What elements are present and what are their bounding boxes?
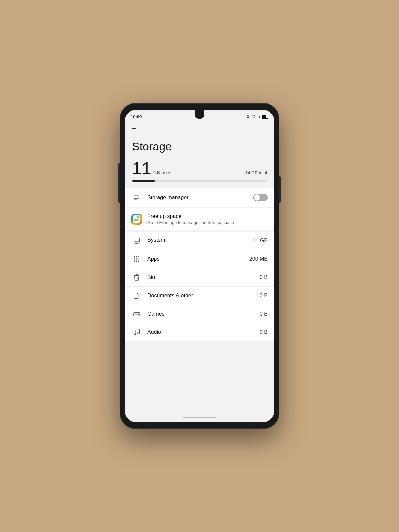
audio-text: Audio <box>147 329 260 335</box>
apps-text: Apps <box>147 256 249 262</box>
svg-rect-7 <box>134 222 138 222</box>
free-up-space-item[interactable]: Free up space Go to Files app to manage … <box>125 208 274 230</box>
svg-point-27 <box>138 332 140 334</box>
system-value: 11 GB <box>253 238 268 244</box>
screen-content[interactable]: ← Storage 11 GB used 64 GB total <box>125 122 274 413</box>
svg-rect-6 <box>134 220 138 221</box>
list-item-bin[interactable]: Bin 0 B <box>125 268 274 287</box>
system-label: System <box>147 237 253 243</box>
svg-rect-0 <box>134 196 140 196</box>
storage-used-number: 11 <box>132 160 151 177</box>
apps-value: 200 MB <box>249 256 268 262</box>
storage-progress-bar <box>132 180 267 182</box>
games-value: 0 B <box>260 311 268 317</box>
bin-text: Bin <box>147 274 260 280</box>
storage-number-left: 11 GB used <box>132 160 171 177</box>
storage-used-label: GB used <box>153 170 171 175</box>
svg-point-25 <box>138 314 139 315</box>
svg-rect-10 <box>135 243 139 244</box>
svg-point-18 <box>134 261 135 262</box>
svg-rect-8 <box>134 238 140 242</box>
free-up-space-card: Free up space Go to Files app to manage … <box>125 208 274 230</box>
home-bar <box>183 417 216 418</box>
storage-manager-item[interactable]: Storage manager <box>125 188 274 207</box>
storage-items-card: System 11 GB <box>125 232 274 341</box>
svg-point-13 <box>136 256 137 258</box>
battery-icon <box>262 115 268 119</box>
audio-icon <box>131 329 142 336</box>
back-button[interactable]: ← <box>131 124 137 132</box>
phone-device: 10:09 ⚙ 🛡 ⊙ ← Storage <box>120 103 279 429</box>
list-item-system[interactable]: System 11 GB <box>125 232 274 250</box>
list-item-apps[interactable]: Apps 200 MB <box>125 250 274 268</box>
bin-value: 0 B <box>260 274 268 280</box>
svg-rect-1 <box>134 197 138 197</box>
audio-label: Audio <box>147 329 260 335</box>
phone-screen: 10:09 ⚙ 🛡 ⊙ ← Storage <box>125 110 274 422</box>
svg-point-14 <box>138 256 140 258</box>
svg-point-24 <box>138 314 138 314</box>
shield-icon: 🛡 <box>252 114 256 119</box>
svg-rect-9 <box>135 243 138 243</box>
home-bar-area <box>125 413 274 422</box>
games-label: Games <box>147 311 260 317</box>
svg-point-16 <box>136 258 137 260</box>
svg-rect-2 <box>134 198 140 199</box>
free-up-space-subtitle: Go to Files app to manage and free up sp… <box>147 220 268 225</box>
documents-text: Documents & other <box>147 293 260 299</box>
free-up-space-text: Free up space Go to Files app to manage … <box>147 213 268 225</box>
svg-rect-3 <box>134 199 137 200</box>
storage-manager-text: Storage manager <box>147 195 253 200</box>
storage-usage: 11 GB used 64 GB total <box>125 156 274 187</box>
bin-label: Bin <box>147 274 260 280</box>
svg-point-12 <box>134 256 135 258</box>
system-text: System <box>147 237 253 244</box>
files-app-icon <box>131 214 142 225</box>
storage-manager-icon <box>131 194 142 201</box>
top-nav: ← <box>125 122 274 135</box>
documents-value: 0 B <box>260 293 268 299</box>
audio-value: 0 B <box>260 329 268 335</box>
apps-icon <box>131 255 142 263</box>
games-text: Games <box>147 311 260 317</box>
settings-icon: ⚙ <box>246 114 250 119</box>
storage-number-row: 11 GB used 64 GB total <box>132 160 267 177</box>
svg-point-17 <box>138 258 140 260</box>
svg-point-19 <box>136 261 137 262</box>
apps-label: Apps <box>147 256 249 262</box>
games-icon <box>131 310 142 318</box>
system-icon <box>131 237 142 244</box>
storage-manager-toggle[interactable] <box>253 194 268 201</box>
list-item-documents[interactable]: Documents & other 0 B <box>125 287 274 305</box>
status-time: 10:09 <box>131 114 142 119</box>
toggle-knob <box>254 194 260 201</box>
documents-icon <box>131 292 142 299</box>
storage-manager-title: Storage manager <box>147 195 253 200</box>
list-item-audio[interactable]: Audio 0 B <box>125 323 274 341</box>
system-underline <box>147 244 166 244</box>
battery-fill <box>262 115 266 118</box>
svg-point-26 <box>134 333 136 335</box>
storage-total: 64 GB total <box>245 170 267 175</box>
storage-progress-fill <box>132 180 155 182</box>
bin-icon <box>131 274 142 281</box>
screen-icon: ⊙ <box>257 115 260 119</box>
svg-rect-5 <box>134 219 139 220</box>
documents-label: Documents & other <box>147 293 260 299</box>
svg-point-20 <box>138 261 140 262</box>
list-item-games[interactable]: Games 0 B <box>125 305 274 323</box>
free-up-space-title: Free up space <box>147 213 268 219</box>
status-icons: ⚙ 🛡 ⊙ <box>246 114 268 119</box>
svg-point-15 <box>134 258 135 260</box>
storage-manager-card: Storage manager <box>125 188 274 207</box>
page-title: Storage <box>125 135 274 156</box>
